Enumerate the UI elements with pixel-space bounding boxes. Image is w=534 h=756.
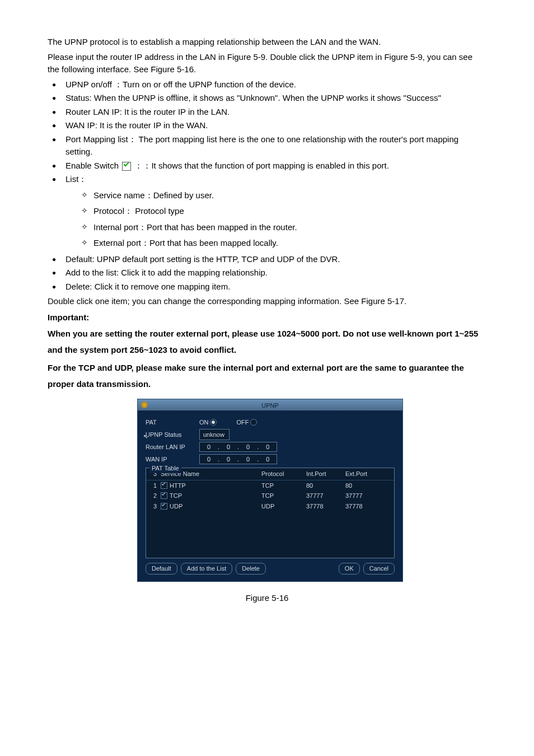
table-header: 3 Service Name Protocol Int.Port Ext.Por… bbox=[146, 468, 394, 480]
row-proto: TCP bbox=[261, 481, 306, 491]
dialog-icon bbox=[141, 402, 148, 408]
ip-seg[interactable]: 0 bbox=[260, 455, 275, 464]
dialog-title: UPNP bbox=[261, 401, 279, 410]
ip-seg[interactable]: 0 bbox=[240, 442, 256, 452]
after-list-note: Double click one item; you can change th… bbox=[48, 295, 486, 308]
upnp-dialog-screenshot: UPNP PAT ON OFF UPNP Status unknow ↖ Rou… bbox=[137, 399, 403, 582]
bullet-wan-ip: WAN IP: It is the router IP in the WAN. bbox=[48, 119, 486, 132]
row-index: 3 bbox=[149, 502, 161, 511]
ip-seg[interactable]: 0 bbox=[240, 455, 256, 464]
important-p1: When you are setting the router external… bbox=[48, 326, 486, 358]
table-row[interactable]: 2 TCP TCP 37777 37777 bbox=[146, 491, 394, 501]
row-check-icon[interactable] bbox=[161, 482, 167, 489]
row-int: 80 bbox=[306, 481, 345, 491]
router-lan-ip-input[interactable]: 0. 0. 0. 0 bbox=[199, 442, 277, 452]
col-proto: Protocol bbox=[261, 469, 306, 479]
bullet-add: Add to the list: Click it to add the map… bbox=[48, 267, 486, 279]
col-int: Int.Port bbox=[306, 469, 345, 479]
status-value: unknow bbox=[199, 429, 229, 441]
row-ext: 37778 bbox=[345, 502, 385, 511]
bullet-router-lan: Router LAN IP: It is the router IP in th… bbox=[48, 106, 486, 119]
dialog-body: PAT ON OFF UPNP Status unknow ↖ Router L… bbox=[138, 410, 402, 558]
enable-prefix: Enable Switch bbox=[65, 161, 121, 170]
important-heading: Important: bbox=[48, 311, 486, 324]
bullet-default: Default: UPNP default port setting is th… bbox=[48, 253, 486, 266]
row-index: 2 bbox=[149, 491, 161, 501]
row-int: 37777 bbox=[306, 491, 345, 501]
col-ext: Ext.Port bbox=[345, 469, 385, 479]
sub-protocol: Protocol： Protocol type bbox=[63, 205, 486, 218]
row-ext: 37777 bbox=[345, 491, 385, 501]
cursor-icon: ↖ bbox=[143, 432, 148, 441]
row-pat: PAT ON OFF bbox=[146, 416, 395, 428]
sub-external: External port：Port that has been mapped … bbox=[63, 237, 486, 250]
ip-seg[interactable]: 0 bbox=[221, 455, 236, 464]
row-status: UPNP Status unknow ↖ bbox=[146, 428, 395, 441]
ip-seg[interactable]: 0 bbox=[221, 442, 236, 452]
intro-p1: The UPNP protocol is to establish a mapp… bbox=[48, 36, 486, 49]
sub-internal: Internal port：Port that has been mapped … bbox=[63, 221, 486, 234]
ok-button[interactable]: OK bbox=[339, 563, 360, 575]
row-check-icon[interactable] bbox=[161, 503, 167, 510]
row-int: 37778 bbox=[306, 502, 345, 511]
dialog-titlebar: UPNP bbox=[138, 399, 402, 410]
table-row[interactable]: 1 HTTP TCP 80 80 bbox=[146, 480, 394, 491]
table-legend: PAT Table bbox=[149, 464, 181, 473]
row-name: UDP bbox=[170, 502, 182, 511]
wan-ip-input[interactable]: 0. 0. 0. 0 bbox=[199, 454, 277, 464]
row-name: TCP bbox=[170, 491, 182, 501]
row-wan-ip: WAN IP 0. 0. 0. 0 bbox=[146, 453, 395, 465]
row-ext: 80 bbox=[345, 481, 385, 491]
bullet-list-header: List： bbox=[48, 173, 486, 186]
label-router-lan: Router LAN IP bbox=[146, 442, 199, 452]
checkbox-enabled-icon bbox=[122, 162, 131, 171]
label-wan-ip: WAN IP bbox=[146, 455, 199, 464]
label-on: ON bbox=[199, 418, 209, 427]
ip-seg[interactable]: 0 bbox=[201, 442, 217, 452]
row-check-icon[interactable] bbox=[161, 492, 167, 499]
label-status: UPNP Status bbox=[146, 430, 199, 440]
cancel-button[interactable]: Cancel bbox=[363, 563, 395, 575]
table-row[interactable]: 3 UDP UDP 37778 37778 bbox=[146, 501, 394, 512]
default-button[interactable]: Default bbox=[146, 563, 177, 575]
ip-seg[interactable]: 0 bbox=[201, 455, 217, 464]
important-p2: For the TCP and UDP, please make sure th… bbox=[48, 360, 486, 392]
ip-seg[interactable]: 0 bbox=[260, 442, 275, 452]
label-off: OFF bbox=[237, 418, 249, 427]
pat-table: PAT Table 3 Service Name Protocol Int.Po… bbox=[146, 468, 395, 558]
add-to-list-button[interactable]: Add to the List bbox=[181, 563, 232, 575]
list-sublist: Service name：Defined by user. Protocol： … bbox=[63, 189, 486, 250]
delete-button[interactable]: Delete bbox=[236, 563, 266, 575]
intro-p2: Please input the router IP address in th… bbox=[48, 51, 486, 76]
upnp-dialog: UPNP PAT ON OFF UPNP Status unknow ↖ Rou… bbox=[137, 399, 403, 582]
radio-on[interactable] bbox=[210, 419, 217, 426]
bullet-delete: Delete: Click it to remove one mapping i… bbox=[48, 281, 486, 293]
label-pat: PAT bbox=[146, 418, 199, 427]
dialog-buttons: Default Add to the List Delete OK Cancel bbox=[138, 563, 402, 575]
enable-suffix: ：：It shows that the function of port map… bbox=[134, 161, 388, 170]
row-index: 1 bbox=[149, 481, 161, 491]
sub-service: Service name：Defined by user. bbox=[63, 189, 486, 202]
row-proto: TCP bbox=[261, 491, 306, 501]
row-proto: UDP bbox=[261, 502, 306, 511]
bullet-port-mapping: Port Mapping list： The port mapping list… bbox=[48, 133, 486, 158]
figure-caption: Figure 5-16 bbox=[48, 592, 486, 605]
radio-off[interactable] bbox=[250, 419, 257, 426]
bullet-upnp-onoff: UPNP on/off ：Turn on or off the UPNP fun… bbox=[48, 78, 486, 91]
feature-list-2: Default: UPNP default port setting is th… bbox=[48, 253, 486, 293]
feature-list: UPNP on/off ：Turn on or off the UPNP fun… bbox=[48, 78, 486, 186]
bullet-status: Status: When the UPNP is offline, it sho… bbox=[48, 92, 486, 105]
bullet-enable-switch: Enable Switch ：：It shows that the functi… bbox=[48, 160, 486, 172]
row-router-lan: Router LAN IP 0. 0. 0. 0 bbox=[146, 441, 395, 453]
row-name: HTTP bbox=[170, 481, 186, 491]
